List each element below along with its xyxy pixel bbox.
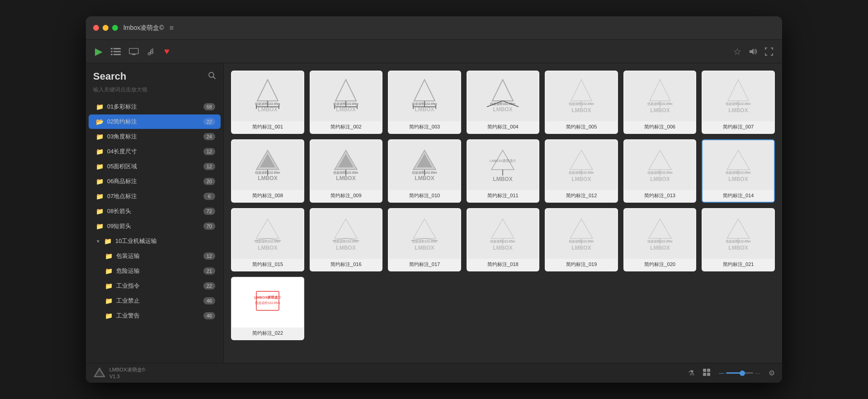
card-label-11: 简约标注_011: [467, 190, 539, 202]
sidebar-item-sub4[interactable]: 📁 工业禁止 46: [98, 294, 221, 308]
svg-text:信息说明102.85m: 信息说明102.85m: [726, 171, 751, 174]
grid-item-12[interactable]: 信息说明102.85m LMBOX 简约标注_012: [545, 139, 618, 203]
list-view-button[interactable]: [111, 48, 121, 55]
grid-item-6[interactable]: 信息说明102.85m LMBOX 简约标注_006: [623, 71, 697, 134]
folder-icon: 📁: [105, 282, 113, 290]
sidebar-item-sub2[interactable]: 📁 危险运输 21: [98, 264, 221, 278]
grid-item-20[interactable]: 信息说明102.85m LMBOX 简约标注_020: [623, 208, 697, 271]
cat10-label: 10工业机械运输: [115, 237, 215, 245]
menu-icon[interactable]: ≡: [170, 24, 174, 32]
grid-item-10[interactable]: 信息说明102.85m LMBOX 简约标注_010: [388, 139, 461, 203]
grid-item-4[interactable]: 信息说明102.85m LMBOX 简约标注_004: [467, 71, 540, 134]
card-preview-7: 信息说明102.85m LMBOX: [703, 71, 774, 121]
cat4-label: 04长度尺寸: [107, 147, 200, 156]
minimize-button[interactable]: [103, 25, 108, 31]
card-label-18: 简约标注_018: [467, 259, 539, 271]
grid-view-icon[interactable]: [703, 368, 711, 378]
sidebar-item-cat4[interactable]: 📁 04长度尺寸 12: [89, 144, 221, 159]
cat3-badge: 24: [203, 133, 215, 140]
sidebar-item-cat7[interactable]: 📁 07地点标注 6: [89, 189, 221, 204]
svg-rect-119: [707, 369, 710, 372]
svg-text:LMBOX: LMBOX: [493, 176, 513, 182]
grid-item-5[interactable]: 信息说明102.85m LMBOX 简约标注_005: [545, 71, 618, 134]
grid-item-1[interactable]: 信息说明102.85m LMBOX 简约标注_001: [231, 71, 304, 134]
grid-item-2[interactable]: 信息说明102.85m LMBOX 简约标注_002: [310, 71, 383, 134]
svg-text:LMBOX: LMBOX: [493, 106, 513, 113]
grid-item-22[interactable]: LMBOX凌萌盒© 信息说明102.85m 简约标注_022: [231, 277, 304, 340]
grid-item-17[interactable]: 信息说明102.85m LMBOX 简约标注_017: [388, 208, 461, 271]
grid-item-15[interactable]: 信息说明102.85m LMBOX 简约标注_015: [231, 208, 304, 271]
svg-marker-47: [728, 80, 749, 101]
grid-item-7[interactable]: 信息说明102.85m LMBOX 简约标注_007: [702, 71, 775, 134]
folder-icon: 📁: [96, 223, 104, 230]
zoom-slider[interactable]: — —: [719, 370, 760, 376]
grid-item-21[interactable]: 信息说明102.85m LMBOX 简约标注_021: [702, 208, 775, 271]
card-label-16: 简约标注_016: [311, 259, 382, 271]
card-preview-19: 信息说明102.85m LMBOX: [546, 209, 617, 259]
card-preview-8: 信息说明102.85m LMBOX: [232, 140, 303, 190]
cat5-badge: 12: [203, 163, 215, 170]
music-button[interactable]: [147, 48, 156, 56]
sidebar-item-sub3[interactable]: 📁 工业指令 22: [98, 279, 221, 293]
app-window: lmbox凌萌盒© ≡ ▶: [86, 16, 782, 383]
sidebar-item-sub1[interactable]: 📁 包装运输 12: [98, 249, 221, 263]
grid-item-11[interactable]: LMBOX凌萌盒© LMBOX 简约标注_011: [467, 139, 540, 203]
svg-text:LMBOX: LMBOX: [336, 175, 356, 181]
screen-button[interactable]: [129, 48, 139, 55]
sidebar-item-cat10[interactable]: ▼ 📁 10工业机械运输: [89, 234, 221, 248]
grid-item-14[interactable]: 信息说明102.85m LMBOX 简约标注_014: [702, 139, 775, 203]
volume-button[interactable]: [749, 48, 758, 56]
folder-icon: 📁: [96, 103, 104, 110]
play-button[interactable]: ▶: [95, 46, 103, 57]
grid-item-19[interactable]: 信息说明102.85m LMBOX 简约标注_019: [545, 208, 618, 271]
grid-item-18[interactable]: 信息说明102.85m LMBOX 简约标注_018: [467, 208, 540, 271]
svg-text:信息说明102.85m: 信息说明102.85m: [412, 171, 437, 174]
sidebar-item-cat3[interactable]: 📁 03角度标注 24: [89, 129, 221, 144]
toolbar: ▶: [86, 40, 782, 63]
sidebar-item-cat1[interactable]: 📁 01多彩标注 68: [89, 100, 221, 114]
flask-icon[interactable]: ⚗: [688, 369, 694, 377]
gear-icon[interactable]: ⚙: [769, 369, 775, 377]
sidebar-item-cat8[interactable]: 📁 08长箭头 72: [89, 204, 221, 218]
star-button[interactable]: ☆: [733, 46, 741, 57]
folder-icon: 📁: [96, 148, 104, 155]
cat7-label: 07地点标注: [107, 192, 200, 200]
sidebar-scroll[interactable]: 📁 01多彩标注 68 📂 02简约标注 22 📁 03角度标注 24: [86, 99, 223, 363]
fullscreen-button[interactable]: [765, 48, 773, 56]
svg-text:信息说明102.85m: 信息说明102.85m: [647, 240, 672, 243]
sidebar-item-cat6[interactable]: 📁 06商品标注 20: [89, 174, 221, 189]
svg-text:信息说明102.85m: 信息说明102.85m: [255, 240, 280, 243]
card-label-19: 简约标注_019: [546, 259, 617, 271]
sidebar-item-cat5[interactable]: 📁 05面积区域 12: [89, 159, 221, 174]
svg-rect-118: [703, 369, 706, 372]
folder-icon: 📁: [105, 252, 113, 260]
grid-item-9[interactable]: 信息说明102.85m LMBOX 简约标注_009: [310, 139, 383, 203]
svg-marker-97: [491, 219, 514, 238]
svg-text:LMBOX: LMBOX: [415, 175, 434, 181]
svg-text:LMBOX: LMBOX: [336, 106, 356, 113]
content-area[interactable]: 信息说明102.85m LMBOX 简约标注_001: [224, 63, 782, 363]
search-button[interactable]: [208, 71, 216, 82]
card-label-17: 简约标注_017: [389, 259, 460, 271]
svg-rect-5: [113, 54, 121, 55]
cat7-badge: 6: [203, 193, 215, 200]
card-label-12: 简约标注_012: [546, 190, 617, 202]
favorites-button[interactable]: ♥: [164, 46, 170, 57]
cat1-label: 01多彩标注: [107, 103, 200, 111]
card-preview-21: 信息说明102.85m LMBOX: [703, 209, 774, 259]
grid-item-13[interactable]: 信息说明102.85m LMBOX 简约标注_013: [623, 139, 697, 203]
close-button[interactable]: [93, 25, 99, 31]
card-label-8: 简约标注_008: [232, 190, 303, 202]
grid-item-16[interactable]: 信息说明102.85m LMBOX 简约标注_016: [310, 208, 383, 271]
svg-text:LMBOX: LMBOX: [415, 106, 434, 113]
maximize-button[interactable]: [112, 25, 118, 31]
sidebar-item-sub5[interactable]: 📁 工业警告 46: [98, 309, 221, 323]
svg-rect-113: [256, 291, 279, 310]
sidebar-item-cat2[interactable]: 📂 02简约标注 22: [89, 114, 221, 129]
sidebar-item-cat9[interactable]: 📁 09短箭头 70: [89, 219, 221, 233]
bottom-right: ⚗ — — ⚙: [688, 368, 775, 378]
grid-item-8[interactable]: 信息说明102.85m LMBOX 简约标注_008: [231, 139, 304, 203]
card-label-9: 简约标注_009: [311, 190, 382, 202]
svg-text:LMBOX凌萌盒©: LMBOX凌萌盒©: [490, 159, 516, 163]
grid-item-3[interactable]: 信息说明102.85m LMBOX 简约标注_003: [388, 71, 461, 134]
